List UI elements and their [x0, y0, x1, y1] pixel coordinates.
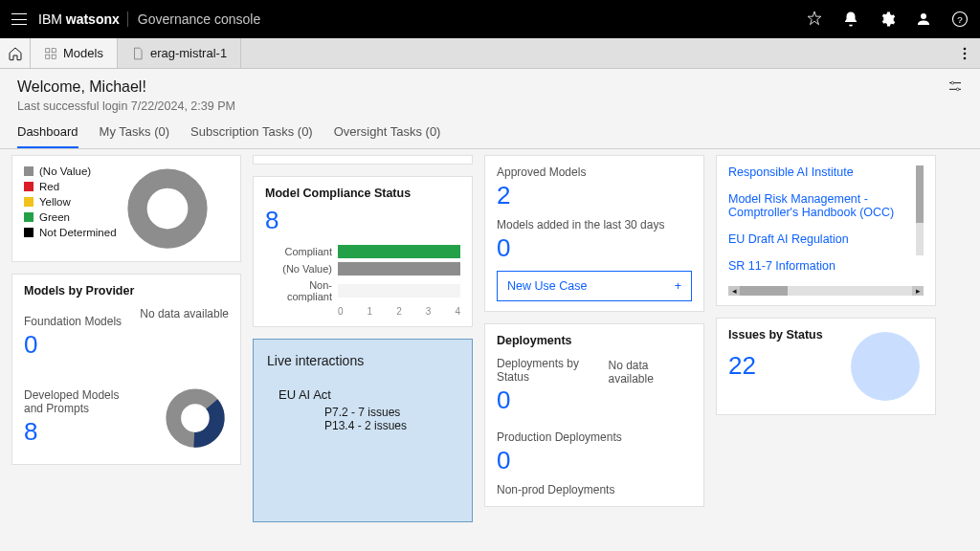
gear-icon[interactable] [879, 11, 896, 28]
user-icon[interactable] [915, 11, 932, 28]
tab-oversight-tasks[interactable]: Oversight Tasks (0) [334, 124, 441, 148]
deployments-no-data: No data available [608, 359, 692, 386]
grid-icon [44, 47, 57, 60]
svg-point-7 [964, 52, 967, 55]
svg-point-6 [964, 47, 967, 50]
topbar: IBM watsonxGovernance console ? [0, 0, 980, 38]
foundation-models-label: Foundation Models [24, 315, 122, 328]
added-models-count: 0 [497, 233, 692, 263]
tab-file-label: erag-mistral-1 [150, 46, 227, 60]
card-deployments: Deployments Deployments by Status 0 No d… [484, 323, 704, 507]
svg-point-10 [956, 88, 959, 91]
svg-text:?: ? [957, 14, 963, 25]
legend: (No Value) Red Yellow Green Not Determin… [24, 165, 117, 252]
tab-my-tasks[interactable]: My Tasks (0) [100, 124, 169, 148]
svg-rect-4 [46, 55, 50, 58]
svg-point-8 [964, 56, 967, 59]
welcome-greeting: Welcome, Michael! [17, 78, 235, 96]
live-title: Live interactions [267, 353, 458, 368]
new-use-case-button[interactable]: New Use Case+ [497, 271, 692, 301]
tab-overflow-icon[interactable] [949, 38, 980, 68]
developed-models-count: 8 [24, 417, 139, 447]
card-status-legend: (No Value) Red Yellow Green Not Determin… [11, 155, 241, 262]
link-sr117[interactable]: SR 11-7 Information [728, 259, 912, 273]
foundation-models-count: 0 [24, 330, 122, 360]
prod-deployments-label: Production Deployments [497, 430, 692, 444]
tab-dashboard[interactable]: Dashboard [17, 124, 78, 148]
plus-icon: + [675, 279, 681, 293]
models-by-provider-title: Models by Provider [24, 284, 229, 298]
tab-models-label: Models [63, 46, 103, 60]
svg-rect-5 [52, 55, 56, 58]
status-donut [124, 165, 211, 252]
svg-point-11 [137, 179, 197, 239]
dashboard-grid: (No Value) Red Yellow Green Not Determin… [0, 149, 980, 534]
prod-deployments-count: 0 [497, 446, 692, 475]
svg-rect-3 [52, 48, 56, 52]
live-act: EU AI Act [278, 387, 458, 402]
card-use-cases: Approved Models 2 Models added in the la… [484, 155, 704, 312]
svg-point-9 [951, 81, 954, 84]
nonprod-deployments-label: Non-prod Deployments [497, 483, 692, 496]
issues-title: Issues by Status [728, 328, 823, 342]
card-spacer [253, 155, 473, 165]
compliance-title: Model Compliance Status [265, 187, 460, 200]
approved-models-count: 2 [497, 181, 692, 210]
live-p134: P13.4 - 2 issues [324, 419, 458, 432]
tabrow: Models erag-mistral-1 [0, 38, 980, 69]
card-resources: Responsible AI Institute Model Risk Mana… [716, 155, 936, 306]
link-mrm[interactable]: Model Risk Management - Comptroller's Ha… [728, 192, 912, 219]
settings-sliders-icon[interactable] [947, 78, 963, 94]
tab-models[interactable]: Models [31, 38, 118, 68]
card-compliance: Model Compliance Status 8 Compliant (No … [253, 176, 473, 327]
help-icon[interactable]: ? [951, 11, 969, 28]
compliance-total: 8 [265, 206, 460, 235]
live-p72: P7.2 - 7 issues [324, 406, 458, 419]
section-tabs: Dashboard My Tasks (0) Subscription Task… [0, 113, 980, 149]
deployments-by-status-label: Deployments by Status [497, 357, 608, 384]
home-icon [8, 46, 23, 61]
link-rai[interactable]: Responsible AI Institute [728, 165, 912, 179]
scrollbar-horizontal[interactable]: ◂ ▸ [728, 286, 924, 296]
tab-file[interactable]: erag-mistral-1 [118, 38, 241, 68]
welcome-header: Welcome, Michael! Last successful login … [0, 69, 980, 113]
no-data-text: No data available [140, 307, 229, 320]
added-models-label: Models added in the last 30 days [497, 218, 692, 231]
deployments-by-status-count: 0 [497, 386, 608, 415]
scrollbar-thumb-vertical[interactable] [916, 165, 924, 223]
last-login: Last successful login 7/22/2024, 2:39 PM [17, 99, 235, 113]
developed-models-label: Developed Models and Prompts [24, 388, 139, 415]
card-models-by-provider: Models by Provider Foundation Models 0 N… [11, 274, 241, 465]
menu-icon[interactable] [11, 13, 27, 25]
card-issues: Issues by Status 22 [716, 318, 936, 415]
tab-subscription-tasks[interactable]: Subscription Tasks (0) [190, 124, 313, 148]
deployments-title: Deployments [497, 334, 692, 347]
svg-rect-2 [46, 48, 50, 52]
home-tab[interactable] [0, 38, 31, 68]
developed-donut [162, 385, 229, 452]
link-eudraft[interactable]: EU Draft AI Regulation [728, 232, 912, 246]
svg-point-14 [851, 332, 920, 401]
file-icon [131, 47, 145, 60]
compass-icon[interactable] [806, 11, 823, 28]
brand: IBM watsonxGovernance console [38, 11, 260, 27]
issues-donut [847, 328, 924, 405]
issues-count: 22 [728, 351, 823, 381]
approved-models-label: Approved Models [497, 165, 692, 179]
card-live-interactions: Live interactions EU AI Act P7.2 - 7 iss… [253, 339, 473, 522]
bell-icon[interactable] [842, 11, 859, 28]
